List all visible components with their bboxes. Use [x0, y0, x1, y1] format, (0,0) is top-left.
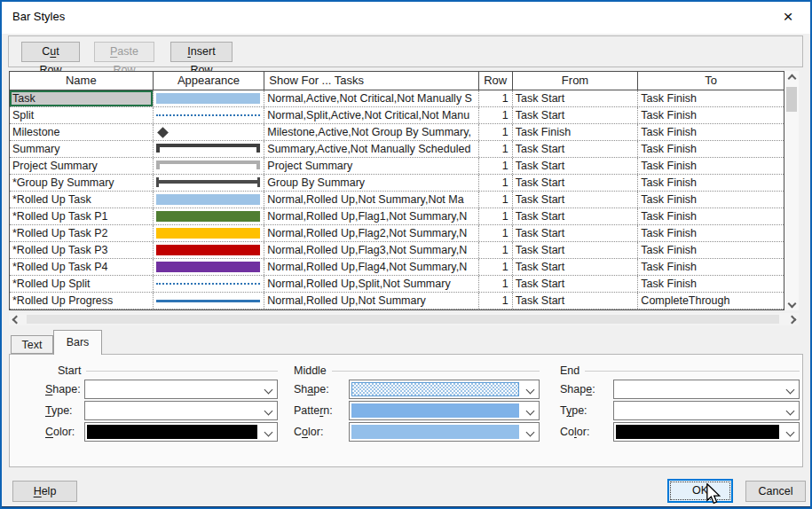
table-row[interactable]: *Rolled Up TaskNormal,Rolled Up,Not Summ… — [10, 192, 784, 208]
cell-show-for: Normal,Rolled Up,Not Summary,Not Ma — [264, 192, 478, 208]
scroll-right-button[interactable] — [784, 313, 799, 325]
cancel-button[interactable]: Cancel — [745, 481, 806, 502]
cell-show-for: Summary,Active,Not Manually Scheduled — [264, 141, 478, 157]
horizontal-scroll-thumb[interactable] — [27, 315, 779, 324]
middle-color-label: Color: — [294, 426, 349, 438]
cell-appearance — [154, 242, 265, 258]
table-row[interactable]: *Rolled Up Task P4Normal,Rolled Up,Flag4… — [10, 259, 784, 276]
cell-to: Task Finish — [638, 107, 784, 123]
start-shape-label: Shape: — [45, 383, 84, 395]
cell-row: 1 — [479, 158, 513, 174]
cell-name: *Rolled Up Task P2 — [10, 225, 154, 241]
cell-row: 1 — [479, 276, 513, 292]
table-row[interactable]: *Rolled Up Task P3Normal,Rolled Up,Flag3… — [10, 242, 784, 259]
cell-name: *Group By Summary — [10, 175, 154, 191]
selected-pattern-preview — [351, 403, 519, 418]
chevron-down-icon — [787, 429, 793, 435]
insert-row-button[interactable]: Insert Row — [170, 42, 233, 62]
section-legend: Start — [45, 364, 278, 378]
section-middle: MiddleShape:Pattern:Color: — [294, 364, 540, 442]
tab-bars[interactable]: Bars — [53, 330, 102, 355]
end-type-select[interactable] — [613, 401, 800, 420]
cell-row: 1 — [479, 107, 513, 123]
ok-button[interactable]: OK — [667, 479, 733, 503]
appearance-preview-bar — [156, 228, 261, 239]
table-row[interactable]: *Group By SummaryGroup By Summary1Task S… — [10, 175, 784, 192]
table-row[interactable]: *Rolled Up Task P2Normal,Rolled Up,Flag2… — [10, 225, 784, 242]
chevron-down-icon — [787, 387, 793, 393]
scroll-left-button[interactable] — [9, 313, 23, 325]
paste-row-button[interactable]: Paste Row — [94, 42, 154, 62]
field-row-color: Color: — [294, 422, 540, 442]
cell-from: Task Start — [513, 276, 639, 292]
table-row[interactable]: Project SummaryProject Summary1Task Star… — [10, 158, 784, 175]
cell-from: Task Start — [513, 141, 639, 157]
close-icon[interactable]: × — [777, 5, 800, 28]
cell-show-for: Normal,Rolled Up,Not Summary — [264, 293, 478, 309]
selected-color-preview — [87, 425, 257, 439]
start-shape-select[interactable] — [84, 380, 278, 399]
cell-appearance — [154, 90, 265, 106]
appearance-preview-bar — [156, 262, 261, 272]
end-type-label: Type: — [560, 404, 613, 417]
table-row[interactable]: *Rolled Up ProgressNormal,Rolled Up,Not … — [10, 293, 784, 309]
cell-from: Task Start — [513, 90, 639, 106]
cell-from: Task Start — [513, 259, 639, 275]
scroll-down-button[interactable] — [784, 296, 799, 310]
table-row[interactable]: SummarySummary,Active,Not Manually Sched… — [10, 141, 784, 158]
cell-show-for: Group By Summary — [264, 175, 478, 191]
table-row[interactable]: *Rolled Up Task P1Normal,Rolled Up,Flag1… — [10, 208, 784, 225]
cell-from: Task Start — [513, 225, 639, 241]
table-row[interactable]: SplitNormal,Split,Active,Not Critical,No… — [10, 107, 784, 124]
tab-text[interactable]: Text — [11, 335, 53, 354]
start-type-label: Type: — [45, 404, 84, 417]
cell-row: 1 — [479, 124, 513, 140]
chevron-down-icon — [527, 387, 533, 393]
table-row[interactable]: MilestoneMilestone,Active,Not Group By S… — [10, 124, 784, 141]
section-divider-line — [86, 371, 278, 372]
help-button[interactable]: Help — [12, 481, 77, 502]
cell-name: Split — [10, 107, 154, 123]
middle-color-select[interactable] — [349, 422, 540, 442]
cell-name: Task — [10, 90, 154, 106]
cell-show-for: Project Summary — [264, 158, 478, 174]
table-row[interactable]: *Rolled Up SplitNormal,Rolled Up,Split,N… — [10, 276, 784, 293]
cut-row-button[interactable]: Cut Row — [21, 42, 80, 62]
cell-appearance — [154, 225, 265, 241]
selected-color-preview — [351, 425, 519, 439]
field-row-shape: Shape: — [294, 380, 540, 399]
appearance-preview-bar — [156, 194, 261, 205]
column-header-row: Row — [479, 72, 513, 90]
cell-row: 1 — [479, 293, 513, 309]
chevron-down-icon — [787, 299, 796, 308]
cell-from: Task Start — [513, 175, 639, 191]
cell-appearance — [154, 259, 265, 275]
scroll-up-button[interactable] — [784, 71, 799, 85]
cell-name: *Rolled Up Task P4 — [10, 259, 154, 275]
middle-pattern-select[interactable] — [349, 401, 540, 420]
cell-name: *Rolled Up Task P3 — [10, 242, 154, 258]
cell-show-for: Normal,Split,Active,Not Critical,Not Man… — [264, 107, 478, 123]
section-title: Middle — [294, 364, 332, 377]
section-end: EndShape:Type:Color: — [560, 364, 800, 442]
chevron-down-icon — [265, 408, 272, 414]
end-color-select[interactable] — [613, 422, 800, 442]
start-color-select[interactable] — [84, 422, 278, 442]
cell-appearance — [154, 208, 265, 224]
cell-to: CompleteThrough — [638, 293, 784, 309]
middle-shape-select[interactable] — [349, 380, 540, 399]
cell-to: Task Finish — [638, 192, 784, 208]
table-row[interactable]: TaskNormal,Active,Not Critical,Not Manua… — [10, 90, 784, 107]
cell-name: Project Summary — [10, 158, 154, 174]
appearance-preview-bar — [156, 93, 261, 104]
cell-to: Task Finish — [638, 158, 784, 174]
title-bar: Bar Styles × — [2, 2, 810, 34]
vertical-scrollbar[interactable] — [784, 71, 799, 310]
start-type-select[interactable] — [84, 401, 278, 420]
horizontal-scrollbar[interactable] — [9, 313, 799, 325]
end-shape-select[interactable] — [613, 380, 800, 399]
vertical-scroll-thumb[interactable] — [786, 87, 797, 112]
cell-show-for: Normal,Rolled Up,Split,Not Summary — [264, 276, 478, 292]
cell-appearance — [154, 276, 265, 292]
field-row-type: Type: — [560, 401, 800, 420]
